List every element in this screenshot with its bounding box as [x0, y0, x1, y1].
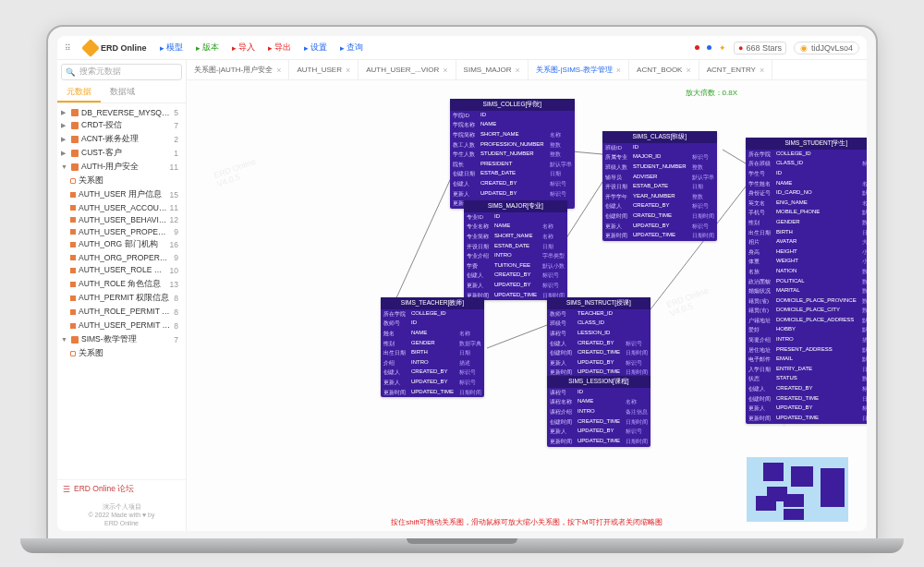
tab[interactable]: ACNT_ENTRY× — [699, 60, 772, 79]
leaf-icon — [70, 323, 76, 329]
tree-node[interactable]: ▶CRDT-授信7 — [57, 118, 186, 132]
canvas[interactable]: ERD OnlineV4.0.5 ERD OnlineV4.0.5 ERD On… — [187, 80, 867, 531]
laptop-base — [20, 538, 904, 553]
expand-icon[interactable]: ▼ — [61, 336, 68, 343]
tree-node[interactable]: AUTH_USER_ROLE 用户...10 — [57, 263, 186, 277]
leaf-icon — [70, 205, 76, 211]
body: 🔍 搜索元数据 元数据 数据域 ▶DB_REVERSE_MYSQL...5▶CR… — [57, 60, 867, 531]
tree[interactable]: ▶DB_REVERSE_MYSQL...5▶CRDT-授信7▶ACNT-账务处理… — [57, 103, 186, 479]
sidebar-tabs: 元数据 数据域 — [57, 84, 186, 103]
close-icon[interactable]: × — [760, 66, 764, 75]
folder-icon — [71, 336, 79, 344]
tree-node[interactable]: AUTH_USER_ACCOUNT...11 — [57, 201, 186, 213]
close-icon[interactable]: × — [616, 66, 621, 75]
folder-icon — [71, 109, 79, 116]
menu-模型[interactable]: ▸模型 — [160, 42, 183, 54]
main-menu: ▸模型▸版本▸导入▸导出▸设置▸查询 — [160, 42, 363, 54]
entity-title: SIMS_COLLEG[学院] — [450, 99, 575, 111]
leaf-icon — [70, 229, 76, 235]
logo[interactable]: ERD Online — [84, 42, 147, 54]
tab[interactable]: SIMS_MAJOR× — [456, 60, 529, 79]
search-input[interactable]: 🔍 搜索元数据 — [61, 64, 182, 80]
tree-node[interactable]: AUTH_ROLE_PERMIT 角...8 — [57, 305, 186, 319]
sidebar-tab-meta[interactable]: 元数据 — [57, 84, 101, 103]
tree-node[interactable]: ▶ACNT-账务处理2 — [57, 132, 186, 146]
entity-title: SIMS_LESSION[课程] — [547, 376, 650, 388]
zoom-label: 放大倍数：0.8X — [686, 88, 737, 98]
menu-设置[interactable]: ▸设置 — [304, 42, 327, 54]
entity-teacher[interactable]: SIMS_TEACHER[教师]所在学院COLLEGE_ID教师号ID姓名NAM… — [381, 297, 484, 397]
leaf-icon — [70, 242, 76, 247]
close-icon[interactable]: × — [443, 66, 447, 75]
menu-icon: ▸ — [268, 43, 273, 53]
menu-查询[interactable]: ▸查询 — [340, 42, 363, 54]
menu-icon: ▸ — [304, 43, 309, 53]
app-title: ERD Online — [101, 43, 147, 53]
expand-icon[interactable]: ▼ — [61, 163, 68, 170]
close-icon[interactable]: × — [516, 66, 520, 75]
menu-导入[interactable]: ▸导入 — [232, 42, 255, 54]
leaf-icon — [70, 296, 76, 301]
tree-node[interactable]: 关系图 — [57, 346, 186, 360]
tree-node[interactable]: AUTH_PERMIT 权限信息8 — [57, 291, 186, 305]
menu-icon: ▸ — [160, 43, 164, 53]
menu-导出[interactable]: ▸导出 — [268, 42, 291, 54]
tab[interactable]: 关系图-|SIMS-教学管理× — [529, 60, 629, 79]
entity-lession[interactable]: SIMS_LESSION[课程]课程号ID课程名称NAME名称课程介绍INTRO… — [547, 376, 650, 447]
folder-icon — [71, 150, 79, 157]
app-menu-icon[interactable]: ⠿ — [65, 43, 71, 53]
tree-node[interactable]: ▼AUTH-用户安全11 — [57, 160, 186, 174]
tab[interactable]: AUTH_USER_...VIOR× — [359, 60, 456, 79]
user-pill[interactable]: ◉tidJQvLso4 — [794, 42, 859, 54]
status-dot — [695, 45, 699, 50]
expand-icon[interactable]: ▶ — [61, 109, 68, 116]
menu-icon: ▸ — [340, 43, 345, 53]
leaf-icon — [70, 282, 76, 287]
tab[interactable]: ACNT_BOOK× — [629, 60, 699, 79]
entity-instruct[interactable]: SIMS_INSTRUCT[授课]教师号TEACHER_ID班级号CLASS_I… — [547, 297, 650, 378]
tree-node[interactable]: AUTH_USER_PERMIT 用...8 — [57, 319, 186, 332]
sidebar-footer: 演示个人项目 © 2022 Made with ♥ by ERD Online — [57, 499, 186, 531]
entity-title: SIMS_INSTRUCT[授课] — [547, 297, 650, 309]
screen: ⠿ ERD Online ▸模型▸版本▸导入▸导出▸设置▸查询 ✦ ●668 S… — [57, 36, 867, 531]
tree-node[interactable]: AUTH_USER 用户信息15 — [57, 187, 186, 201]
entity-college[interactable]: SIMS_COLLEG[学院]学院IDID学院名称NAME学院简称SHORT_N… — [450, 99, 575, 209]
close-icon[interactable]: × — [686, 66, 690, 75]
search-icon: 🔍 — [66, 67, 76, 77]
canvas-hint: 按住shift可拖动关系图，滑动鼠标可放大缩小关系图，按下M可打开或者关闭缩略图 — [391, 517, 662, 527]
logo-icon — [81, 39, 100, 57]
menu-icon: ▸ — [232, 43, 237, 53]
tree-node[interactable]: ▼SIMS-教学管理7 — [57, 332, 186, 346]
close-icon[interactable]: × — [276, 66, 281, 75]
menu-版本[interactable]: ▸版本 — [196, 42, 219, 54]
menu-icon: ▸ — [196, 43, 201, 53]
folder-icon — [71, 122, 79, 129]
tree-node[interactable]: 关系图 — [57, 174, 186, 187]
sidebar: 🔍 搜索元数据 元数据 数据域 ▶DB_REVERSE_MYSQL...5▶CR… — [57, 60, 187, 531]
tree-node[interactable]: AUTH_USER_BEHAVIO...12 — [57, 213, 186, 225]
github-stars[interactable]: ●668 Stars — [734, 42, 786, 54]
entity-major[interactable]: SIMS_MAJOR[专业]专业IDID专业名称NAME名称专业简称SHORT_… — [464, 200, 567, 300]
forum-link[interactable]: ☰ ERD Online 论坛 — [57, 479, 186, 499]
tree-node[interactable]: AUTH_ROLE 角色信息13 — [57, 277, 186, 291]
expand-icon[interactable]: ▶ — [61, 136, 68, 143]
sidebar-tab-domain[interactable]: 数据域 — [101, 84, 144, 103]
star-icon[interactable]: ✦ — [719, 43, 726, 53]
tab[interactable]: AUTH_USER× — [289, 60, 359, 79]
close-icon[interactable]: × — [346, 66, 350, 75]
laptop-frame: ⠿ ERD Online ▸模型▸版本▸导入▸导出▸设置▸查询 ✦ ●668 S… — [46, 25, 878, 542]
entity-student[interactable]: SIMS_STUDENT[学生]所在学院COLLEGE_ID所在班级CLASS_… — [746, 138, 867, 424]
tree-node[interactable]: AUTH_ORG 部门机构16 — [57, 237, 186, 251]
main: 关系图-|AUTH-用户安全×AUTH_USER×AUTH_USER_...VI… — [187, 60, 867, 531]
tab[interactable]: 关系图-|AUTH-用户安全× — [187, 60, 289, 79]
tree-node[interactable]: AUTH_USER_PROPERT...9 — [57, 225, 186, 237]
minimap[interactable] — [747, 457, 848, 522]
tree-node[interactable]: ▶DB_REVERSE_MYSQL...5 — [57, 106, 186, 118]
folder-icon — [71, 136, 79, 143]
expand-icon[interactable]: ▶ — [61, 122, 68, 129]
expand-icon[interactable]: ▶ — [61, 150, 68, 157]
tree-node[interactable]: AUTH_ORG_PROPERTY...9 — [57, 251, 186, 263]
entity-class[interactable]: SIMS_CLASS[班级]班级IDID所属专业MAJOR_ID标识号班级人数S… — [602, 131, 717, 241]
tree-node[interactable]: ▶CUST-客户1 — [57, 146, 186, 160]
watermark: ERD OnlineV4.0.5 — [665, 285, 713, 318]
